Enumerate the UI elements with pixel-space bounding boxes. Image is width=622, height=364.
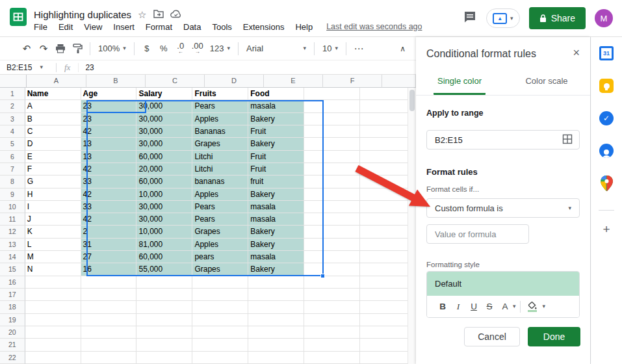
cell-E9[interactable]: Bakery (248, 188, 304, 201)
paint-format-button[interactable] (69, 41, 86, 57)
cell-C16[interactable] (136, 276, 192, 289)
cell-B22[interactable] (81, 352, 137, 364)
cell-E5[interactable]: Bakery (248, 138, 304, 150)
cell-B20[interactable] (81, 326, 137, 339)
cell-C5[interactable]: 30,000 (136, 138, 192, 150)
menu-help[interactable]: Help (295, 22, 313, 32)
cell-D5[interactable]: Grapes (192, 138, 248, 150)
cell-A19[interactable] (25, 314, 81, 326)
cell-F12[interactable] (304, 226, 360, 238)
cell-D21[interactable] (192, 339, 248, 351)
row-header-15[interactable]: 15 (0, 263, 25, 276)
cell-A22[interactable] (25, 352, 81, 364)
print-button[interactable] (52, 41, 69, 57)
decrease-decimal-button[interactable]: .0← (172, 41, 189, 57)
cell-E3[interactable]: Bakery (248, 113, 304, 125)
row-header-2[interactable]: 2 (0, 100, 25, 112)
cell-B11[interactable]: 42 (81, 213, 137, 226)
cell-D10[interactable]: Pears (192, 201, 248, 213)
cell-C7[interactable]: 20,000 (136, 163, 192, 176)
cell-F16[interactable] (304, 276, 360, 289)
column-header-D[interactable]: D (205, 75, 264, 88)
cell-C9[interactable]: 10,000 (136, 188, 192, 201)
cell-E7[interactable]: Fruit (248, 163, 304, 176)
menu-view[interactable]: View (84, 22, 102, 32)
cell-C8[interactable]: 60,000 (136, 176, 192, 188)
column-header-A[interactable]: A (27, 75, 86, 88)
cell-F9[interactable] (304, 188, 360, 201)
menu-format[interactable]: Format (146, 22, 172, 32)
cancel-button[interactable]: Cancel (464, 327, 520, 346)
cell-B2[interactable]: 23 (81, 100, 137, 112)
cell-D6[interactable]: Litchi (192, 151, 248, 163)
cell-E1[interactable]: Food (248, 88, 304, 100)
cell-C1[interactable]: Salary (136, 88, 192, 100)
row-header-6[interactable]: 6 (0, 151, 25, 163)
row-header-12[interactable]: 12 (0, 226, 25, 238)
cell-C14[interactable]: 60,000 (136, 251, 192, 263)
cell-C20[interactable] (136, 326, 192, 339)
hide-menus-button[interactable]: ∧ (400, 44, 406, 53)
cell-E14[interactable]: masala (248, 251, 304, 263)
column-header-B[interactable]: B (86, 75, 146, 88)
cell-E22[interactable] (248, 352, 304, 364)
cell-D22[interactable] (192, 352, 248, 364)
row-header-16[interactable]: 16 (0, 276, 25, 289)
account-avatar[interactable]: M (595, 9, 613, 27)
row-header-11[interactable]: 11 (0, 213, 25, 226)
cell-B16[interactable] (81, 276, 137, 289)
cell-F7[interactable] (304, 163, 360, 176)
cell-F13[interactable] (304, 239, 360, 251)
row-header-1[interactable]: 1 (0, 88, 25, 100)
style-preview[interactable]: Default (427, 272, 579, 296)
name-box[interactable]: B2:E15 ▾ (0, 63, 56, 72)
cell-A12[interactable]: K (25, 226, 81, 238)
cell-E17[interactable] (248, 289, 304, 301)
font-family-dropdown[interactable]: Arial ▾ (242, 41, 310, 57)
row-header-4[interactable]: 4 (0, 125, 25, 138)
cell-A4[interactable]: C (25, 125, 81, 138)
cell-F1[interactable] (304, 88, 360, 100)
redo-button[interactable]: ↷ (35, 41, 52, 57)
cell-A14[interactable]: M (25, 251, 81, 263)
menu-edit[interactable]: Edit (58, 22, 73, 32)
cell-B21[interactable] (81, 339, 137, 351)
cell-F20[interactable] (304, 326, 360, 339)
cell-C18[interactable] (136, 301, 192, 313)
cell-A3[interactable]: B (25, 113, 81, 125)
get-addons-icon[interactable]: + (603, 222, 610, 237)
cell-F21[interactable] (304, 339, 360, 351)
cell-D19[interactable] (192, 314, 248, 326)
cell-A9[interactable]: H (25, 188, 81, 201)
cell-F8[interactable] (304, 176, 360, 188)
text-color-button[interactable]: A (497, 299, 513, 315)
cell-C22[interactable] (136, 352, 192, 364)
cell-E12[interactable]: Bakery (248, 226, 304, 238)
scrollbar-thumb[interactable] (409, 90, 415, 111)
cell-D17[interactable] (192, 289, 248, 301)
bold-button[interactable]: B (435, 299, 450, 315)
chevron-down-icon[interactable]: ▾ (513, 304, 516, 309)
cell-E18[interactable] (248, 301, 304, 313)
italic-button[interactable]: I (450, 299, 466, 315)
cell-C2[interactable]: 30,000 (136, 100, 192, 112)
cell-A2[interactable]: A (25, 100, 81, 112)
cell-B10[interactable]: 33 (81, 201, 137, 213)
column-header-E[interactable]: E (264, 75, 323, 88)
cell-A11[interactable]: J (25, 213, 81, 226)
cell-A13[interactable]: L (25, 239, 81, 251)
comment-history-icon[interactable] (463, 10, 477, 27)
row-header-7[interactable]: 7 (0, 163, 25, 176)
select-data-range-icon[interactable] (562, 134, 573, 146)
cell-A5[interactable]: D (25, 138, 81, 150)
cell-B18[interactable] (81, 301, 137, 313)
cell-F19[interactable] (304, 314, 360, 326)
undo-button[interactable]: ↶ (18, 41, 35, 57)
menu-file[interactable]: File (34, 22, 47, 32)
keep-icon[interactable] (599, 77, 614, 94)
cell-E10[interactable]: masala (248, 201, 304, 213)
row-header-22[interactable]: 22 (0, 352, 25, 364)
last-edit-link[interactable]: Last edit was seconds ago (326, 22, 422, 31)
maps-icon[interactable] (599, 175, 614, 192)
cell-C10[interactable]: 30,000 (136, 201, 192, 213)
